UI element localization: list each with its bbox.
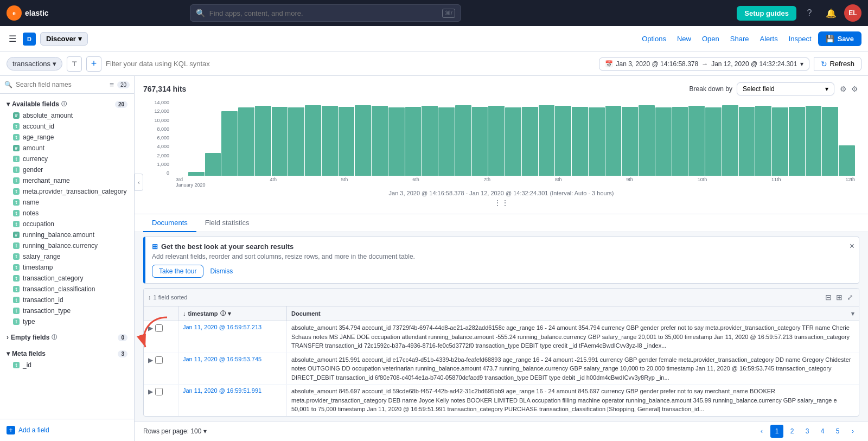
- field-filter-icon[interactable]: ≡: [110, 80, 114, 89]
- page-5-button[interactable]: 5: [831, 425, 844, 438]
- take-tour-button[interactable]: Take the tour: [152, 265, 203, 278]
- histogram-bar[interactable]: [789, 107, 805, 176]
- histogram-bar[interactable]: [305, 105, 321, 176]
- row-expand-icon[interactable]: ▶: [148, 324, 153, 332]
- histogram-bar[interactable]: [772, 107, 788, 176]
- histogram-bar[interactable]: [221, 111, 238, 176]
- elastic-logo[interactable]: e elastic: [7, 5, 49, 21]
- histogram-bar[interactable]: [488, 106, 505, 176]
- histogram-bar[interactable]: [505, 107, 521, 176]
- histogram-bar[interactable]: [238, 107, 254, 176]
- field-item-age-range[interactable]: t age_range: [4, 132, 130, 143]
- field-item-transaction-classification[interactable]: t transaction_classification: [4, 284, 130, 295]
- new-button[interactable]: New: [673, 33, 695, 45]
- histogram-bar[interactable]: [255, 106, 271, 176]
- field-item-running-balance-amount[interactable]: # running_balance.amount: [4, 229, 130, 240]
- page-1-button[interactable]: 1: [770, 425, 783, 438]
- histogram-bar[interactable]: [572, 107, 588, 176]
- hamburger-menu[interactable]: ☰: [7, 31, 18, 46]
- histogram-bars[interactable]: [171, 100, 859, 176]
- row-checkbox[interactable]: [155, 356, 163, 364]
- dismiss-button[interactable]: Dismiss: [208, 265, 235, 278]
- setup-guides-button[interactable]: Setup guides: [737, 6, 796, 21]
- histogram-bar[interactable]: [806, 106, 822, 176]
- page-3-button[interactable]: 3: [801, 425, 814, 438]
- histogram-bar[interactable]: [755, 106, 771, 176]
- global-search-input[interactable]: [209, 9, 438, 17]
- histogram-bar[interactable]: [322, 106, 338, 176]
- histogram-bar[interactable]: [205, 153, 221, 176]
- histogram-bar[interactable]: [639, 105, 655, 176]
- tab-field-statistics[interactable]: Field statistics: [196, 214, 258, 232]
- field-item-amount[interactable]: # amount: [4, 143, 130, 154]
- notification-icon[interactable]: 🔔: [822, 4, 840, 22]
- page-prev-button[interactable]: ‹: [755, 425, 768, 438]
- field-item-meta-provider[interactable]: t meta.provider_transaction_category: [4, 186, 130, 197]
- histogram-bar[interactable]: [339, 107, 355, 176]
- histogram-bar[interactable]: [372, 106, 388, 176]
- histogram-bar[interactable]: [555, 106, 571, 176]
- histogram-bar[interactable]: [655, 107, 672, 176]
- histogram-bar[interactable]: [438, 107, 455, 176]
- columns-icon[interactable]: ⊞: [835, 292, 844, 303]
- histogram-bar[interactable]: [388, 107, 405, 176]
- page-next-button[interactable]: ›: [846, 425, 859, 438]
- histogram-bar[interactable]: [422, 106, 438, 176]
- notice-close-button[interactable]: ×: [850, 241, 854, 251]
- field-item-transaction-id[interactable]: t transaction_id: [4, 295, 130, 305]
- histogram-bar[interactable]: [405, 107, 422, 176]
- drag-handle[interactable]: ⋮⋮: [143, 199, 859, 207]
- field-item-gender[interactable]: t gender: [4, 164, 130, 175]
- inspect-button[interactable]: Inspect: [784, 33, 816, 45]
- field-item-transaction-category[interactable]: t transaction_category: [4, 273, 130, 284]
- select-field-button[interactable]: Select field ▾: [737, 82, 834, 95]
- field-item-salary-range[interactable]: t salary_range: [4, 251, 130, 262]
- histogram-bar[interactable]: [822, 107, 838, 176]
- field-item-timestamp[interactable]: t timestamp: [4, 262, 130, 273]
- field-item-transaction-type[interactable]: t transaction_type: [4, 305, 130, 316]
- field-item-occupation[interactable]: t occupation: [4, 219, 130, 229]
- empty-fields-header[interactable]: › Empty fields ⓘ 0: [4, 331, 130, 343]
- histogram-bar[interactable]: [589, 107, 605, 176]
- field-item-type[interactable]: t type: [4, 316, 130, 327]
- fullscreen-icon[interactable]: ⤢: [846, 292, 854, 303]
- histogram-bar[interactable]: [605, 106, 622, 176]
- chart-inspect-icon[interactable]: ⚙: [850, 84, 859, 94]
- field-search-input[interactable]: [16, 81, 106, 88]
- field-item-account-id[interactable]: t account_id: [4, 121, 130, 132]
- row-height-icon[interactable]: ⊟: [824, 292, 833, 303]
- histogram-bar[interactable]: [622, 107, 638, 176]
- histogram-bar[interactable]: [688, 106, 705, 176]
- save-button[interactable]: 💾 Save: [818, 31, 861, 46]
- field-item-absolute-amount[interactable]: # absolute_amount: [4, 110, 130, 121]
- field-item-merchant-name[interactable]: t merchant_name: [4, 175, 130, 186]
- share-button[interactable]: Share: [726, 33, 754, 45]
- field-item-running-balance-currency[interactable]: t running_balance.currency: [4, 240, 130, 251]
- global-search[interactable]: 🔍 ⌘/: [190, 4, 461, 22]
- histogram-bar[interactable]: [355, 105, 371, 176]
- rows-per-page[interactable]: Rows per page: 100 ▾: [143, 427, 207, 435]
- page-4-button[interactable]: 4: [816, 425, 829, 438]
- histogram-bar[interactable]: [705, 107, 722, 176]
- help-icon[interactable]: ?: [801, 4, 818, 22]
- add-filter-button[interactable]: +: [86, 56, 101, 72]
- row-expand-icon[interactable]: ▶: [148, 356, 153, 364]
- refresh-button[interactable]: ↻ Refresh: [814, 57, 861, 71]
- field-item-name[interactable]: t name: [4, 197, 130, 208]
- histogram-bar[interactable]: [188, 172, 205, 176]
- options-button[interactable]: Options: [637, 33, 671, 45]
- page-2-button[interactable]: 2: [786, 425, 799, 438]
- histogram-bar[interactable]: [722, 105, 738, 176]
- alerts-button[interactable]: Alerts: [755, 33, 782, 45]
- histogram-bar[interactable]: [839, 145, 855, 176]
- histogram-bar[interactable]: [539, 105, 555, 176]
- col-timestamp[interactable]: ↓ timestamp ⓘ ▾: [178, 306, 287, 321]
- row-expand-icon[interactable]: ▶: [148, 388, 153, 395]
- user-avatar[interactable]: EL: [844, 4, 861, 22]
- filter-button[interactable]: ⊤: [67, 56, 82, 72]
- chart-settings-icon[interactable]: ⚙: [839, 84, 848, 94]
- histogram-bar[interactable]: [472, 107, 488, 176]
- histogram-bar[interactable]: [739, 107, 755, 176]
- field-item-id[interactable]: t _id: [4, 360, 130, 370]
- datetime-range-picker[interactable]: 📅 Jan 3, 2020 @ 14:16:58.378 → Jan 12, 2…: [599, 57, 810, 71]
